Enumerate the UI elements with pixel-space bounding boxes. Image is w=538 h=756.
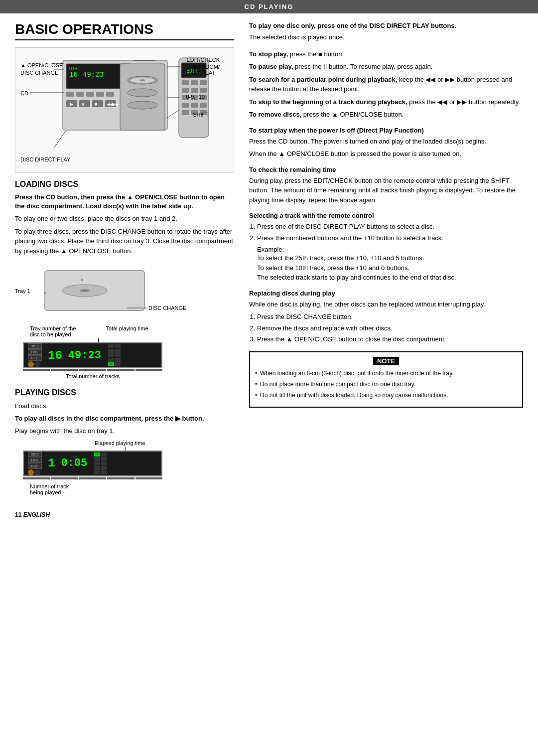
op-skip: To skip to the beginning of a track duri…: [249, 97, 523, 107]
replacing-step-2: Remove the discs and replace with other …: [257, 323, 523, 333]
selecting-step-1: Press one of the DISC DIRECT PLAY button…: [257, 222, 523, 232]
direct-play-text2: When the ▲ OPEN/CLOSE button is pressed …: [249, 149, 523, 159]
intro-p: The selected disc is played once.: [249, 32, 523, 42]
page-footer: 11 ENGLISH: [0, 501, 538, 523]
svg-rect-39: [182, 110, 189, 115]
svg-text:▶: ▶: [70, 102, 73, 107]
replacing-steps: Press the DISC CHANGE button. Remove the…: [257, 312, 523, 344]
direct-play-title: To start play when the power is off (Dir…: [249, 127, 523, 134]
edit-check-label: EDIT/CHECK: [186, 57, 220, 63]
svg-rect-32: [200, 88, 207, 93]
note-1: When loading an 8-cm (3-inch) disc, put …: [255, 369, 517, 378]
display1-track: 16: [48, 349, 62, 362]
note-2: Do not place more than one compact disc …: [255, 380, 517, 389]
right-column: To play one disc only, press one of the …: [244, 21, 523, 501]
selecting-section: Selecting a track with the remote contro…: [249, 212, 523, 283]
playing-load: Load discs.: [15, 401, 234, 411]
number-track-label: Number of track being played: [30, 483, 234, 495]
display2-time: 0:05: [61, 457, 87, 469]
display1-annotated: Tray number of the Tray number of the di…: [15, 325, 234, 379]
section-title: BASIC OPERATIONS: [15, 21, 234, 40]
direct-play-section: To start play when the power is off (Dir…: [249, 127, 523, 159]
remaining-title: To check the remaining time: [249, 166, 523, 173]
display-box-2: DISC LIVE REC 1 0:05 1 2: [23, 451, 162, 476]
remaining-time-section: To check the remaining time During play,…: [249, 166, 523, 205]
total-playing-label: Total playing time: [106, 325, 148, 337]
op-stop: To stop play, press the ■ button.: [249, 49, 523, 59]
svg-point-23: [140, 79, 145, 81]
svg-point-52: [80, 289, 90, 292]
tray-number-label: Tray number of the Tray number of the di…: [30, 325, 76, 337]
playing-section: PLAYING DISCS Load discs. To play all di…: [15, 388, 234, 495]
svg-rect-9: [106, 92, 114, 97]
intro-bold: To play one disc only, press one of the …: [249, 21, 523, 30]
svg-point-20: [128, 89, 157, 97]
left-column: BASIC OPERATIONS ▲ OPEN/CLOSE DISC CHANG…: [15, 21, 244, 501]
replacing-intro: While one disc is playing, the other dis…: [249, 300, 523, 309]
svg-line-49: [54, 130, 66, 148]
tray-diagram: ↓ DISC CHANGE Tray 1: [15, 261, 234, 320]
svg-text:16: 16: [69, 70, 78, 78]
display2-track: 1: [48, 456, 55, 470]
display1-time: 49:23: [68, 349, 101, 362]
remaining-text: During play, press the EDIT/CHECK button…: [249, 176, 523, 205]
shift-label: SHIFT: [193, 112, 209, 118]
selecting-example-label: Example:: [257, 246, 523, 253]
disc-direct-play-label: DISC DIRECT PLAY: [20, 156, 70, 162]
note-title: NOTE: [255, 357, 517, 365]
language-label: ENGLISH: [23, 511, 50, 518]
selecting-steps: Press one of the DISC DIRECT PLAY button…: [257, 222, 523, 243]
loading-title: LOADING DISCS: [15, 180, 234, 189]
svg-text:49:23: 49:23: [83, 70, 104, 78]
selecting-examples: To select the 25th track, press the +10,…: [257, 253, 523, 283]
op-search: To search for a particular point during …: [249, 75, 523, 94]
diagram-lines: DISC 16 49:23 ▶ II ■: [20, 53, 220, 167]
direct-play-text: Press the CD button. The power is turned…: [249, 137, 523, 147]
replacing-title: Replacing discs during play: [249, 290, 523, 297]
svg-rect-8: [96, 92, 104, 97]
replacing-step-3: Press the ▲ OPEN/CLOSE button to close t…: [257, 334, 523, 344]
selecting-title: Selecting a track with the remote contro…: [249, 212, 523, 219]
op-remove: To remove discs, press the ▲ OPEN/CLOSE …: [249, 110, 523, 120]
svg-point-21: [128, 101, 157, 109]
digits-label: 0-9,+10: [186, 94, 205, 100]
svg-line-48: [167, 110, 179, 118]
svg-rect-28: [191, 80, 198, 85]
op-pause: To pause play, press the II button. To r…: [249, 62, 523, 72]
display2-annotated: Elapsed playing time DISC LIVE REC: [15, 440, 234, 495]
svg-rect-36: [182, 103, 189, 108]
svg-text:■: ■: [95, 102, 97, 107]
play-begins: Play begins with the disc on tray 1.: [15, 426, 234, 436]
svg-text:DISC CHANGE: DISC CHANGE: [148, 305, 186, 311]
display-box-1: DISC LIVE REC 16 49:23: [23, 342, 162, 368]
svg-rect-14: [92, 100, 103, 107]
page-header: CD PLAYING: [0, 0, 538, 13]
svg-rect-29: [200, 80, 207, 85]
loading-p1: To play one or two discs, place the disc…: [15, 214, 234, 224]
page-number: 11: [15, 511, 21, 518]
tray-svg: ↓ DISC CHANGE: [15, 261, 204, 320]
replacing-section: Replacing discs during play While one di…: [249, 290, 523, 344]
playing-title: PLAYING DISCS: [15, 388, 234, 397]
header-title: CD PLAYING: [245, 3, 294, 10]
playing-bold: To play all discs in the disc compartmen…: [15, 414, 234, 423]
svg-text:II: II: [82, 102, 84, 107]
svg-rect-27: [182, 80, 189, 85]
svg-rect-5: [66, 92, 74, 97]
operations-list: To stop play, press the ■ button. To pau…: [249, 49, 523, 120]
loading-section: LOADING DISCS Press the CD button, then …: [15, 180, 234, 379]
svg-text:↓: ↓: [80, 273, 84, 283]
svg-rect-38: [200, 103, 207, 108]
svg-rect-31: [191, 88, 198, 93]
loading-bold: Press the CD button, then press the ▲ OP…: [15, 193, 234, 211]
selecting-step-2: Press the numbered buttons and the +10 b…: [257, 233, 523, 243]
note-box: NOTE When loading an 8-cm (3-inch) disc,…: [249, 351, 523, 408]
disc-direct-play-section: To play one disc only, press one of the …: [249, 21, 523, 42]
elapsed-label: Elapsed playing time: [95, 440, 234, 446]
svg-rect-30: [182, 88, 189, 93]
svg-rect-37: [191, 103, 198, 108]
note-3: Do not tilt the unit with discs loaded. …: [255, 391, 517, 400]
tray-label: Tray 1: [15, 288, 30, 294]
replacing-step-1: Press the DISC CHANGE button.: [257, 312, 523, 322]
svg-rect-6: [76, 92, 84, 97]
